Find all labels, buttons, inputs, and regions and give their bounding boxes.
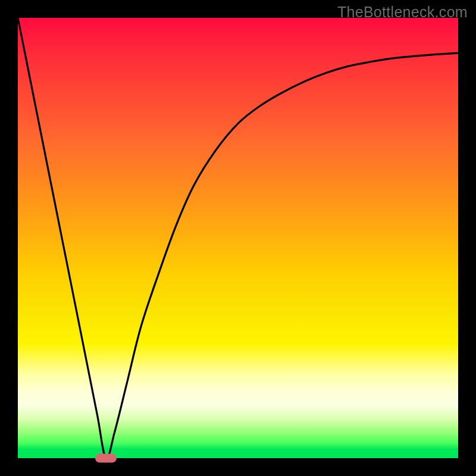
chart-frame: TheBottleneck.com <box>0 0 476 476</box>
plot-area <box>18 18 458 458</box>
watermark-text: TheBottleneck.com <box>337 4 468 21</box>
valley-marker <box>95 454 117 463</box>
bottleneck-curve <box>18 18 458 458</box>
